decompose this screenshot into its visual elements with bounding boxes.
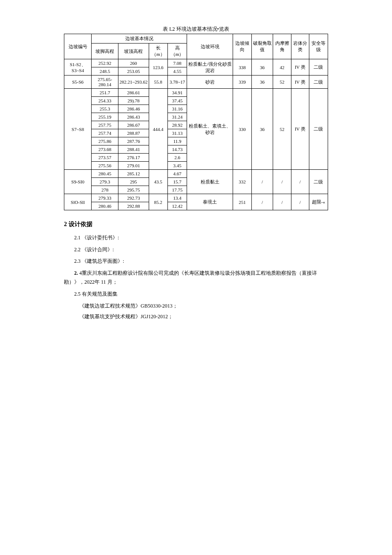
- cell-foot: 275.65-280.14: [92, 76, 118, 89]
- cell-crack: /: [251, 170, 273, 194]
- cell-height: 4.67: [167, 170, 187, 178]
- cell-height: 11.9: [167, 137, 187, 145]
- cell-dip: 332: [233, 170, 251, 194]
- cell-length: 43.5: [149, 170, 167, 194]
- cell-height: 15.7: [167, 178, 187, 186]
- th-length: 长（m）: [149, 44, 167, 59]
- item-2-1: 2.1 《设计委托书》:: [64, 233, 328, 243]
- cell-length: 85.2: [149, 194, 167, 210]
- cell-rock: IV 类: [291, 76, 309, 89]
- cell-foot: 255.3: [92, 105, 118, 113]
- item-2-4-text: 4重庆川东南工程勘察设计院有限公司完成的《长寿区建筑装修垃圾分拣场项目工程地质勘…: [64, 270, 317, 285]
- cell-dip: 338: [233, 59, 251, 76]
- cell-height: 31.24: [167, 113, 187, 121]
- cell-foot: 275.56: [92, 162, 118, 170]
- cell-length: 123.6: [149, 59, 167, 76]
- cell-foot: 273.57: [92, 154, 118, 162]
- cell-top: 295: [118, 178, 149, 186]
- cell-foot: 251.7: [92, 89, 118, 97]
- cell-top: 286.43: [118, 113, 149, 121]
- cell-fric: /: [273, 170, 291, 194]
- table-row: S5-S6275.65-280.14282.21~293.6255.83.78~…: [64, 76, 328, 89]
- cell-top: 282.21~293.62: [118, 76, 149, 89]
- cell-top: 287.76: [118, 137, 149, 145]
- cell-foot: 279.3: [92, 178, 118, 186]
- cell-height: 7.08: [167, 59, 187, 67]
- th-top: 坡顶高程: [118, 44, 149, 59]
- cell-foot: 252.92: [92, 59, 118, 67]
- cell-rock: /: [291, 194, 309, 210]
- cell-safety: 二级: [309, 89, 328, 170]
- section-2-title: 2 设计依据: [64, 221, 328, 228]
- cell-slope-no: S1-S2、S3~S4: [64, 59, 92, 76]
- cell-top: 279.01: [118, 162, 149, 170]
- cell-foot: 280.45: [92, 170, 118, 178]
- cell-safety: 二级: [309, 76, 328, 89]
- th-dip: 边坡倾向: [233, 34, 251, 59]
- cell-top: 295.75: [118, 186, 149, 194]
- cell-rock: /: [291, 170, 309, 194]
- cell-top: 286.61: [118, 89, 149, 97]
- item-2-3: 2.3 《建筑总平面图》:: [64, 257, 328, 266]
- cell-foot: 279.33: [92, 194, 118, 202]
- cell-dip: 251: [233, 194, 251, 210]
- item-2-4-num: 2.: [74, 270, 78, 276]
- cell-foot: 280.46: [92, 202, 118, 210]
- cell-rock: IV 类: [291, 89, 309, 170]
- cell-safety: 二级: [309, 170, 328, 194]
- cell-foot: 257.74: [92, 129, 118, 137]
- item-2-2: 2.2 《设计合同》:: [64, 245, 328, 255]
- th-basic-group: 边坡基本情况: [92, 34, 187, 44]
- th-crack: 破裂角取值: [251, 34, 273, 59]
- cell-foot: 273.68: [92, 145, 118, 154]
- cell-slope-no: S9-SI0: [64, 170, 92, 194]
- cell-height: 3.78~17: [167, 76, 187, 89]
- cell-foot: 254.33: [92, 97, 118, 105]
- cell-safety: 二级: [309, 59, 328, 76]
- cell-rock: IV 类: [291, 59, 309, 76]
- th-safety: 安全等级: [309, 34, 328, 59]
- cell-height: 14.73: [167, 145, 187, 154]
- cell-slope-no: S5-S6: [64, 76, 92, 89]
- item-2-5: 2.5 有关规范及图集: [64, 290, 328, 299]
- cell-height: 37.45: [167, 97, 187, 105]
- th-env: 边坡环境: [187, 34, 233, 59]
- cell-fric: /: [273, 194, 291, 210]
- cell-height: 2.6: [167, 154, 187, 162]
- cell-height: 13.4: [167, 194, 187, 202]
- cell-top: 29).78: [118, 97, 149, 105]
- cell-crack: 36: [251, 76, 273, 89]
- cell-env: 砂岩: [187, 76, 233, 89]
- table-row: SlO-Sll279.33292.7385.213.4泰境土251///超限-«: [64, 194, 328, 202]
- cell-top: 276.17: [118, 154, 149, 162]
- cell-fric: 42: [273, 59, 291, 76]
- slope-table: 边坡编号 边坡基本情况 边坡环境 边坡倾向 破裂角取值 内摩擦角 岩体分类 安全…: [64, 34, 328, 210]
- cell-top: 292.88: [118, 202, 149, 210]
- cell-crack: /: [251, 194, 273, 210]
- cell-dip: 330: [233, 89, 251, 170]
- spec-1: 《建筑边坡工程技术规范》GB50330-2013；: [64, 302, 328, 311]
- cell-env: 泰境土: [187, 194, 233, 210]
- table-row: S9-SI0280.45285.1243.54.67粉质黏土332///二级: [64, 170, 328, 178]
- table-caption: 表 L2 环境边坡基本情况•览表: [64, 26, 328, 33]
- cell-height: 34.91: [167, 89, 187, 97]
- cell-top: 253.05: [118, 67, 149, 76]
- cell-length: 444.4: [149, 89, 167, 170]
- cell-top: 286.46: [118, 105, 149, 113]
- spec-2: 《建筑基坑支护技术规程》JGJ120-2012；: [64, 312, 328, 322]
- cell-slope-no: S7~S8: [64, 89, 92, 170]
- cell-env: 粉质黏土: [187, 170, 233, 194]
- cell-height: 3.45: [167, 162, 187, 170]
- cell-fric: 52: [273, 76, 291, 89]
- cell-length: 55.8: [149, 76, 167, 89]
- th-slope-no: 边坡编号: [64, 34, 92, 59]
- cell-crack: 36: [251, 89, 273, 170]
- cell-top: 288.87: [118, 129, 149, 137]
- cell-height: 31.16: [167, 105, 187, 113]
- item-2-4: 2. 4重庆川东南工程勘察设计院有限公司完成的《长寿区建筑装修垃圾分拣场项目工程…: [64, 269, 328, 287]
- cell-top: 285.12: [118, 170, 149, 178]
- th-rock: 岩体分类: [291, 34, 309, 59]
- cell-height: 31.13: [167, 129, 187, 137]
- cell-dip: 339: [233, 76, 251, 89]
- cell-env: 粉质黏土/强分化砂质泥岩: [187, 59, 233, 76]
